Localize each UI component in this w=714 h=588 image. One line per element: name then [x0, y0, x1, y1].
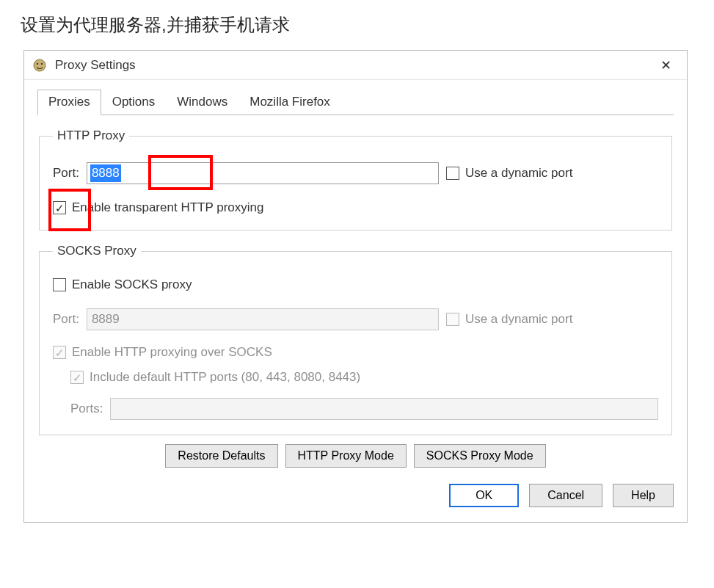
page-heading: 设置为代理服务器,并捕获手机请求 — [21, 13, 714, 37]
socks-http-over-label: Enable HTTP proxying over SOCKS — [72, 345, 272, 360]
http-port-label: Port: — [53, 166, 79, 181]
group-socks-legend: SOCKS Proxy — [53, 244, 141, 258]
socks-proxy-mode-button[interactable]: SOCKS Proxy Mode — [414, 444, 546, 468]
group-socks-proxy: SOCKS Proxy Enable SOCKS proxy Port: Use… — [39, 244, 672, 435]
checkbox-icon: ✓ — [70, 371, 84, 384]
socks-http-over-checkbox: ✓ Enable HTTP proxying over SOCKS — [53, 345, 272, 360]
http-port-input[interactable]: 8888 — [87, 162, 439, 184]
http-proxy-mode-button[interactable]: HTTP Proxy Mode — [285, 444, 407, 468]
socks-ports-input — [110, 398, 658, 420]
socks-ports-label: Ports: — [70, 402, 103, 416]
close-button[interactable]: ✕ — [649, 54, 682, 76]
tab-firefox[interactable]: Mozilla Firefox — [238, 90, 341, 115]
checkbox-icon — [446, 313, 459, 326]
window-title: Proxy Settings — [55, 58, 649, 73]
group-http-legend: HTTP Proxy — [53, 128, 129, 143]
svg-point-1 — [37, 62, 38, 64]
tab-proxies[interactable]: Proxies — [37, 90, 101, 115]
ok-button[interactable]: OK — [449, 484, 519, 507]
cancel-button[interactable]: Cancel — [529, 484, 602, 507]
tab-windows[interactable]: Windows — [166, 90, 238, 115]
svg-point-0 — [34, 59, 45, 71]
http-transparent-label: Enable transparent HTTP proxying — [72, 200, 263, 215]
tabstrip: Proxies Options Windows Mozilla Firefox — [37, 90, 674, 115]
app-icon — [32, 57, 48, 73]
dialog-body: Proxies Options Windows Mozilla Firefox … — [24, 80, 687, 522]
checkbox-icon: ✓ — [53, 201, 66, 214]
checkbox-icon: ✓ — [53, 346, 66, 359]
socks-dynamic-port-checkbox: Use a dynamic port — [446, 312, 572, 327]
http-dynamic-port-label: Use a dynamic port — [465, 166, 572, 181]
proxy-settings-dialog: Proxy Settings ✕ Proxies Options Windows… — [23, 50, 688, 523]
http-transparent-checkbox[interactable]: ✓ Enable transparent HTTP proxying — [53, 200, 263, 215]
socks-dynamic-port-label: Use a dynamic port — [465, 312, 572, 327]
socks-include-ports-label: Include default HTTP ports (80, 443, 808… — [90, 370, 360, 385]
http-port-value-selected: 8888 — [90, 164, 121, 182]
dialog-footer: OK Cancel Help — [37, 484, 674, 507]
socks-enable-checkbox[interactable]: Enable SOCKS proxy — [53, 277, 192, 292]
http-dynamic-port-checkbox[interactable]: Use a dynamic port — [446, 166, 572, 181]
socks-port-label: Port: — [53, 312, 79, 327]
socks-include-ports-checkbox: ✓ Include default HTTP ports (80, 443, 8… — [70, 370, 360, 385]
checkbox-icon — [446, 167, 459, 180]
titlebar: Proxy Settings ✕ — [24, 51, 687, 80]
restore-defaults-button[interactable]: Restore Defaults — [165, 444, 277, 468]
svg-point-2 — [41, 62, 43, 64]
help-button[interactable]: Help — [613, 484, 674, 507]
socks-enable-label: Enable SOCKS proxy — [72, 277, 192, 292]
tab-options[interactable]: Options — [101, 90, 167, 115]
socks-port-input — [87, 308, 439, 330]
checkbox-icon — [53, 278, 66, 291]
mode-button-bar: Restore Defaults HTTP Proxy Mode SOCKS P… — [37, 444, 674, 468]
group-http-proxy: HTTP Proxy Port: 8888 Use a dynamic port — [39, 128, 672, 231]
